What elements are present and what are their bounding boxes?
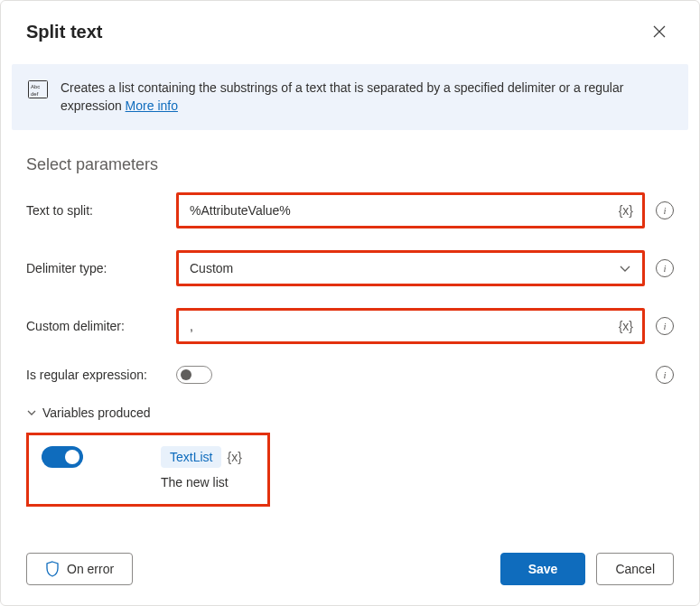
svg-text:Abc: Abc bbox=[31, 84, 40, 89]
variables-produced-header[interactable]: Variables produced bbox=[26, 406, 674, 420]
field-custom-delimiter: Custom delimiter: {x} i bbox=[26, 308, 674, 344]
section-heading: Select parameters bbox=[26, 155, 674, 174]
info-icon[interactable]: i bbox=[656, 201, 674, 219]
delimiter-type-select[interactable]: Custom bbox=[179, 253, 642, 284]
info-icon[interactable]: i bbox=[656, 259, 674, 277]
svg-text:def: def bbox=[31, 91, 39, 97]
banner-text: Creates a list containing the substrings… bbox=[61, 79, 672, 116]
toggle-wrap-is-regex bbox=[176, 366, 645, 384]
dialog-title: Split text bbox=[26, 22, 102, 42]
chevron-down-icon bbox=[619, 262, 631, 275]
shield-icon bbox=[45, 561, 60, 577]
variable-info: TextList {x} The new list bbox=[161, 446, 242, 489]
variable-description: The new list bbox=[161, 475, 242, 489]
variables-produced-box: TextList {x} The new list bbox=[26, 433, 270, 507]
save-button[interactable]: Save bbox=[500, 553, 586, 585]
input-wrap-custom-delimiter: {x} bbox=[176, 308, 645, 344]
input-wrap-text-to-split: {x} bbox=[176, 192, 645, 228]
field-is-regex: Is regular expression: i bbox=[26, 366, 674, 384]
info-banner: Abc def Creates a list containing the su… bbox=[12, 64, 688, 130]
split-text-dialog: Split text Abc def Creates a list contai… bbox=[0, 0, 700, 606]
variable-picker-icon: {x} bbox=[227, 450, 241, 464]
select-wrap-delimiter-type[interactable]: Custom bbox=[176, 250, 645, 286]
chevron-down-icon bbox=[26, 407, 37, 418]
field-text-to-split: Text to split: {x} i bbox=[26, 192, 674, 228]
text-to-split-input[interactable] bbox=[179, 195, 642, 226]
close-button[interactable] bbox=[645, 17, 674, 46]
variable-picker-icon[interactable]: {x} bbox=[619, 203, 633, 218]
variables-produced-label: Variables produced bbox=[42, 406, 151, 420]
more-info-link[interactable]: More info bbox=[126, 98, 178, 113]
info-icon[interactable]: i bbox=[656, 317, 674, 335]
variable-chip[interactable]: TextList bbox=[161, 446, 221, 468]
cancel-button[interactable]: Cancel bbox=[596, 553, 674, 585]
variable-enabled-toggle[interactable] bbox=[42, 446, 83, 468]
custom-delimiter-input[interactable] bbox=[179, 311, 642, 341]
abc-icon: Abc def bbox=[28, 80, 48, 98]
variable-chip-row: TextList {x} bbox=[161, 446, 242, 468]
on-error-button[interactable]: On error bbox=[26, 553, 133, 585]
dialog-header: Split text bbox=[1, 1, 699, 53]
dialog-footer: On error Save Cancel bbox=[1, 536, 699, 605]
is-regex-toggle[interactable] bbox=[176, 366, 212, 384]
field-delimiter-type: Delimiter type: Custom i bbox=[26, 250, 674, 286]
label-text-to-split: Text to split: bbox=[26, 203, 165, 218]
dialog-body: Select parameters Text to split: {x} i D… bbox=[1, 130, 699, 536]
variable-picker-icon[interactable]: {x} bbox=[619, 319, 633, 333]
close-icon bbox=[653, 25, 666, 38]
label-is-regex: Is regular expression: bbox=[26, 368, 165, 382]
on-error-label: On error bbox=[67, 562, 114, 576]
label-custom-delimiter: Custom delimiter: bbox=[26, 319, 165, 333]
label-delimiter-type: Delimiter type: bbox=[26, 261, 165, 275]
info-icon[interactable]: i bbox=[656, 366, 674, 384]
